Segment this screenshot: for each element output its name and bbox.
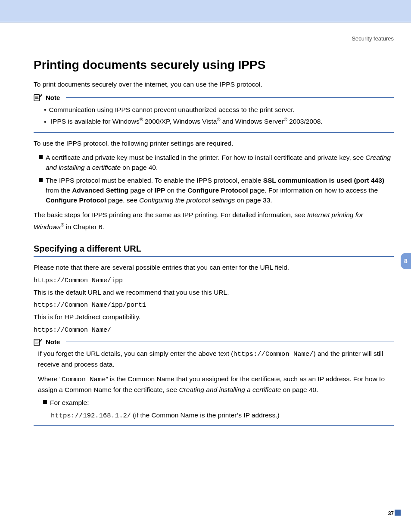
section-header: Security features [34, 35, 394, 42]
url-desc: This is the default URL and we recommend… [34, 288, 394, 297]
intro-text: To print documents securely over the int… [34, 80, 394, 89]
list-item: The IPPS protocol must be enabled. To en… [39, 175, 394, 205]
note-label: Note [46, 94, 60, 101]
note-item: IPPS is available for Windows® 2000/XP, … [44, 116, 389, 127]
list-item: For example: [43, 398, 389, 408]
top-banner [0, 0, 411, 22]
page-content: Security features Printing documents sec… [0, 22, 411, 426]
url-code: https://Common Name/ipp/port1 [34, 302, 394, 309]
note-block: Note Communication using IPPS cannot pre… [34, 93, 394, 132]
url-intro: Please note that there are several possi… [34, 263, 394, 272]
note-pencil-icon [34, 93, 43, 101]
note-body: If you forget the URL details, you can s… [34, 346, 394, 426]
note-paragraph: If you forget the URL details, you can s… [38, 348, 389, 370]
page-title: Printing documents securely using IPPS [34, 58, 394, 72]
note-label: Note [46, 338, 60, 345]
note-body: Communication using IPPS cannot prevent … [34, 101, 394, 132]
svg-rect-4 [34, 339, 40, 345]
note-paragraph: Where “Common Name” is the Common Name t… [38, 374, 389, 395]
note-header: Note [34, 93, 394, 101]
list-item: A certificate and private key must be in… [39, 152, 394, 173]
requirements-intro: To use the IPPS protocol, the following … [34, 139, 394, 148]
xref-link[interactable]: Configuring the protocol settings [139, 196, 235, 204]
xref-link[interactable]: Creating and installing a certificate [179, 386, 281, 393]
note-pencil-icon [34, 338, 43, 346]
note-item: Communication using IPPS cannot prevent … [44, 105, 389, 115]
basic-steps-text: The basic steps for IPPS printing are th… [34, 209, 394, 233]
url-code: https://Common Name/ipp [34, 277, 394, 284]
chapter-tab[interactable]: 8 [401, 253, 411, 269]
note-rule [66, 342, 394, 342]
subheading: Specifying a different URL [34, 244, 394, 257]
note-header: Note [34, 338, 394, 346]
url-code: https://Common Name/ [34, 327, 394, 334]
requirements-list: A certificate and private key must be in… [34, 152, 394, 205]
svg-rect-0 [34, 95, 40, 101]
note-block: Note If you forget the URL details, you … [34, 338, 394, 426]
url-desc: This is for HP Jetdirect compatibility. [34, 312, 394, 322]
note-rule [66, 97, 394, 98]
example-line: https://192.168.1.2/ (if the Common Name… [51, 410, 389, 421]
